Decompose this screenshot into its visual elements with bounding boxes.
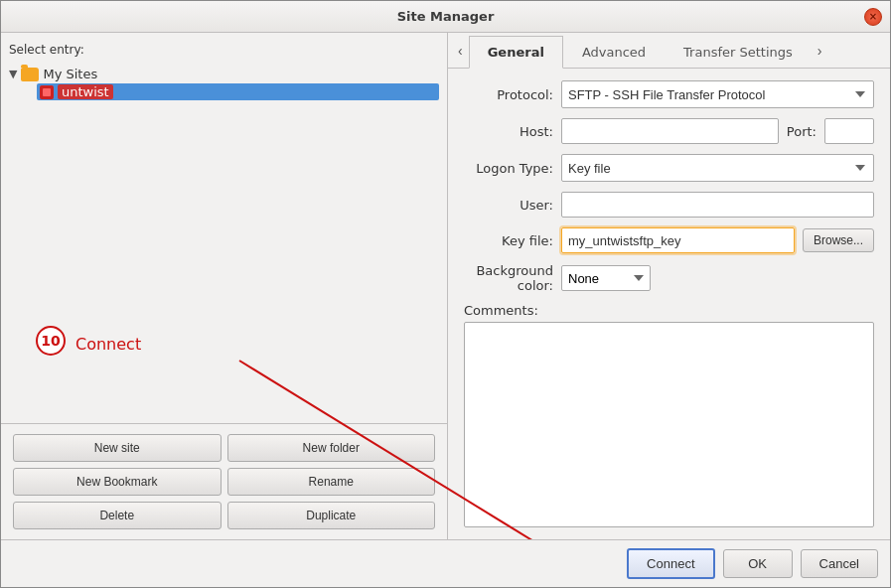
tab-general[interactable]: General xyxy=(469,36,563,69)
site-icon-inner xyxy=(43,88,51,96)
bottom-bar: Connect OK Cancel xyxy=(1,539,890,587)
port-input[interactable] xyxy=(824,118,874,144)
action-buttons-area: New site New folder New Bookmark Rename … xyxy=(1,423,447,539)
host-label: Host: xyxy=(464,124,553,139)
folder-icon xyxy=(21,68,39,81)
browse-button[interactable]: Browse... xyxy=(803,228,874,252)
site-icon xyxy=(40,85,54,99)
port-label: Port: xyxy=(787,124,817,139)
rename-button[interactable]: Rename xyxy=(227,468,436,496)
ok-button[interactable]: OK xyxy=(723,549,793,578)
dialog-title: Site Manager xyxy=(397,9,495,24)
protocol-row: Protocol: SFTP - SSH File Transfer Proto… xyxy=(464,80,874,108)
user-row: User: xyxy=(464,192,874,218)
duplicate-button[interactable]: Duplicate xyxy=(227,502,436,529)
tree-area: ▼ My Sites untwist xyxy=(1,61,447,423)
tree-child: untwist xyxy=(37,83,439,100)
key-file-label: Key file: xyxy=(464,233,553,248)
user-input[interactable] xyxy=(561,192,874,218)
logon-type-select[interactable]: Anonymous Normal Ask for password Intera… xyxy=(561,154,874,182)
key-file-row: Key file: Browse... xyxy=(464,227,874,253)
key-file-input[interactable] xyxy=(561,227,795,253)
new-site-button[interactable]: New site xyxy=(13,434,222,462)
right-panel: ‹ General Advanced Transfer Settings › P… xyxy=(448,33,890,539)
comments-textarea[interactable] xyxy=(464,322,874,527)
tree-node-my-sites[interactable]: ▼ My Sites xyxy=(9,65,439,83)
host-input[interactable] xyxy=(561,118,779,144)
tab-advanced[interactable]: Advanced xyxy=(563,36,665,68)
logon-type-row: Logon Type: Anonymous Normal Ask for pas… xyxy=(464,154,874,182)
tabs-bar: ‹ General Advanced Transfer Settings › xyxy=(448,33,890,69)
tab-next-button[interactable]: › xyxy=(812,33,828,68)
tab-transfer-settings[interactable]: Transfer Settings xyxy=(665,36,812,68)
bg-color-label: Background color: xyxy=(464,263,553,293)
site-item-untwist[interactable]: untwist xyxy=(37,83,439,100)
tab-prev-button[interactable]: ‹ xyxy=(452,33,469,68)
cancel-button[interactable]: Cancel xyxy=(801,549,878,578)
new-bookmark-button[interactable]: New Bookmark xyxy=(13,468,222,496)
tree-node-label: My Sites xyxy=(43,67,97,81)
comments-area: Comments: xyxy=(464,303,874,527)
protocol-label: Protocol: xyxy=(464,87,553,102)
connect-button[interactable]: Connect xyxy=(627,548,714,579)
dialog: Site Manager × Select entry: ▼ My Sites xyxy=(0,0,891,588)
select-entry-label: Select entry: xyxy=(1,41,447,61)
logon-type-label: Logon Type: xyxy=(464,161,553,176)
bg-color-select[interactable]: None Red Green Blue xyxy=(561,265,651,291)
protocol-select[interactable]: SFTP - SSH File Transfer Protocol FTP - … xyxy=(561,80,874,108)
titlebar: Site Manager × xyxy=(1,1,890,33)
user-label: User: xyxy=(464,198,553,213)
delete-button[interactable]: Delete xyxy=(13,502,222,529)
main-content: Select entry: ▼ My Sites untwist xyxy=(1,33,890,539)
host-port-row: Host: Port: xyxy=(464,118,874,144)
new-folder-button[interactable]: New folder xyxy=(227,434,436,462)
bg-color-row: Background color: None Red Green Blue xyxy=(464,263,874,293)
close-button[interactable]: × xyxy=(864,8,882,26)
comments-label: Comments: xyxy=(464,303,874,318)
site-label: untwist xyxy=(58,84,113,99)
left-panel: Select entry: ▼ My Sites untwist xyxy=(1,33,448,539)
tree-arrow: ▼ xyxy=(9,68,17,80)
form-area: Protocol: SFTP - SSH File Transfer Proto… xyxy=(448,69,890,539)
